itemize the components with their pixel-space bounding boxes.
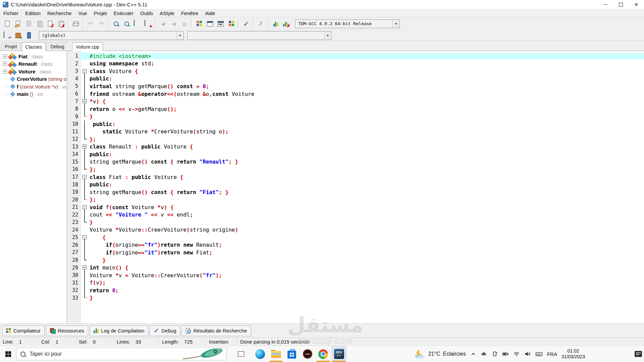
toggle-bookmark-button[interactable] bbox=[13, 31, 23, 41]
code-line[interactable]: 9} bbox=[67, 113, 644, 120]
fold-collapse-icon[interactable] bbox=[83, 175, 87, 179]
tab-voiture-cpp[interactable]: Voiture.cpp bbox=[72, 42, 103, 51]
code-line[interactable]: 12}; bbox=[67, 135, 644, 143]
code-line[interactable]: 1#include <iostream> bbox=[67, 52, 644, 60]
open-file-button[interactable] bbox=[13, 19, 23, 29]
compiler-profile-select[interactable]: TDM-GCC 4.9.2 64-bit Release ▼ bbox=[295, 19, 400, 28]
save-button[interactable] bbox=[23, 19, 34, 29]
replace-button[interactable] bbox=[132, 19, 143, 29]
tray-expand-button[interactable] bbox=[470, 351, 476, 357]
taskbar-app-explorer[interactable] bbox=[268, 346, 284, 362]
network-tray-icon[interactable] bbox=[513, 351, 520, 357]
redo-button[interactable]: ↷ bbox=[96, 19, 107, 29]
tab-projet[interactable]: Projet bbox=[1, 43, 21, 51]
code-line[interactable]: 11 static Voiture *CreerVoiture(string o… bbox=[67, 128, 644, 135]
taskbar-app-edge[interactable] bbox=[252, 346, 268, 362]
report-tab-debug[interactable]: ✓Debug bbox=[150, 325, 180, 336]
code-line[interactable]: 14public: bbox=[67, 150, 644, 158]
code-line[interactable]: 7*v) { bbox=[67, 98, 644, 105]
code-line[interactable]: 26 if(origine=="fr")return new Renault; bbox=[67, 241, 644, 249]
new-file-button[interactable] bbox=[2, 19, 13, 29]
task-view-button[interactable] bbox=[234, 351, 248, 357]
battery-tray-icon[interactable] bbox=[502, 351, 509, 357]
code-line[interactable]: 28 } bbox=[67, 256, 644, 264]
run-button[interactable] bbox=[205, 19, 215, 29]
expand-plus-icon[interactable]: + bbox=[3, 54, 7, 59]
touch-keyboard-tray-icon[interactable] bbox=[535, 351, 543, 357]
find-in-files-button[interactable] bbox=[121, 19, 132, 29]
members-select[interactable]: ▼ bbox=[187, 31, 331, 40]
fold-collapse-icon[interactable] bbox=[83, 235, 87, 239]
compile-run-button[interactable] bbox=[215, 19, 226, 29]
start-button[interactable] bbox=[0, 346, 16, 362]
code-line[interactable]: 25 { bbox=[67, 234, 644, 241]
code-line[interactable]: 33} bbox=[67, 294, 644, 302]
undo-button[interactable]: ↶ bbox=[85, 19, 96, 29]
tree-item-creervoiture[interactable]: CreerVoiture (string origine) bbox=[0, 75, 67, 83]
report-tab-log[interactable]: Log de Compilation bbox=[90, 325, 148, 336]
code-line[interactable]: 24Voiture *Voiture::CreerVoiture(string … bbox=[67, 226, 644, 234]
insert-button[interactable]: ↵ bbox=[2, 31, 13, 41]
menu-item-edition[interactable]: Edition bbox=[22, 10, 44, 16]
replace-all-button[interactable]: ▸ bbox=[143, 19, 154, 29]
weather-widget[interactable]: 21°C Eclaircies bbox=[414, 349, 466, 359]
expand-plus-icon[interactable]: + bbox=[3, 62, 7, 66]
close-file-button[interactable]: ✗ bbox=[45, 19, 56, 29]
code-line[interactable]: 17class Fiat : public Voiture { bbox=[67, 173, 644, 181]
tree-item-f[interactable]: f (const Voiture *v) : void bbox=[0, 83, 67, 90]
close-button[interactable]: ✕ bbox=[629, 0, 644, 9]
taskbar-app-store[interactable] bbox=[284, 346, 300, 362]
volume-tray-icon[interactable] bbox=[524, 351, 531, 357]
tree-item-renault[interactable]: +Renault : class bbox=[0, 60, 67, 68]
code-line[interactable]: 21void f(const Voiture *v) { bbox=[67, 203, 644, 211]
code-line[interactable]: 22cout << "Voiture " << v << endl; bbox=[67, 211, 644, 219]
fold-collapse-icon[interactable] bbox=[83, 99, 87, 103]
fold-collapse-icon[interactable] bbox=[83, 205, 87, 209]
taskbar-search-input[interactable]: Taper ici pour bbox=[16, 348, 227, 360]
menu-item-fenêtre[interactable]: Fenêtre bbox=[178, 10, 202, 16]
report-tab-search[interactable]: Résultats de Recherche bbox=[181, 325, 251, 336]
globals-select[interactable]: (globals) ▼ bbox=[39, 31, 184, 40]
profile-button[interactable] bbox=[270, 19, 281, 29]
save-all-button[interactable] bbox=[34, 19, 45, 29]
tab-debug[interactable]: Debug bbox=[47, 43, 68, 51]
find-button[interactable] bbox=[111, 19, 121, 29]
rebuild-all-button[interactable] bbox=[226, 19, 237, 29]
fold-collapse-icon[interactable] bbox=[83, 144, 87, 148]
taskbar-app-devcpp[interactable]: DEVC++ bbox=[331, 346, 347, 362]
menu-item-recherche[interactable]: Recherche bbox=[44, 10, 75, 16]
forward-button[interactable]: ◀ bbox=[168, 19, 179, 29]
code-line[interactable]: 23} bbox=[67, 219, 644, 226]
goto-bookmark-button[interactable] bbox=[23, 31, 34, 41]
code-line[interactable]: 31f(v); bbox=[67, 279, 644, 287]
code-line[interactable]: 29int main() { bbox=[67, 264, 644, 272]
onedrive-tray-icon[interactable] bbox=[481, 351, 487, 357]
report-tab-compiler[interactable]: Compilateur bbox=[2, 325, 45, 336]
code-line[interactable]: 3class Voiture { bbox=[67, 67, 644, 75]
code-line[interactable]: 16}; bbox=[67, 166, 644, 173]
syntax-check-button[interactable]: ✓ bbox=[241, 19, 252, 29]
back-button[interactable]: ◀ bbox=[158, 19, 168, 29]
close-all-button[interactable]: ✗ bbox=[56, 19, 66, 29]
menu-item-astyle[interactable]: AStyle bbox=[156, 10, 177, 16]
menu-item-exécuter[interactable]: Exécuter bbox=[110, 10, 137, 16]
delete-profile-button[interactable]: ✗ bbox=[281, 19, 292, 29]
fold-collapse-icon[interactable] bbox=[83, 69, 87, 73]
code-line[interactable]: 20}; bbox=[67, 196, 644, 203]
menu-item-projet[interactable]: Projet bbox=[91, 10, 110, 16]
code-line[interactable]: 2using namespace std; bbox=[67, 60, 644, 68]
expand-plus-icon[interactable]: + bbox=[3, 69, 7, 74]
code-line[interactable]: 32return 0; bbox=[67, 287, 644, 294]
tree-item-voiture[interactable]: +Voiture : class bbox=[0, 68, 67, 75]
code-line[interactable]: 19string getMarque() const { return "Fia… bbox=[67, 188, 644, 196]
menu-item-outils[interactable]: Outils bbox=[137, 10, 156, 16]
taskbar-app-asus[interactable] bbox=[300, 346, 315, 362]
fold-collapse-icon[interactable] bbox=[83, 265, 87, 269]
print-button[interactable] bbox=[70, 19, 81, 29]
code-line[interactable]: 4public: bbox=[67, 75, 644, 83]
notification-center-button[interactable] bbox=[635, 351, 642, 357]
code-line[interactable]: 10 public: bbox=[67, 120, 644, 128]
report-tab-resources[interactable]: Ressources bbox=[46, 325, 88, 336]
tree-item-main[interactable]: main () : int bbox=[0, 90, 67, 98]
taskbar-clock[interactable]: 01:02 31/03/2023 bbox=[561, 348, 585, 360]
